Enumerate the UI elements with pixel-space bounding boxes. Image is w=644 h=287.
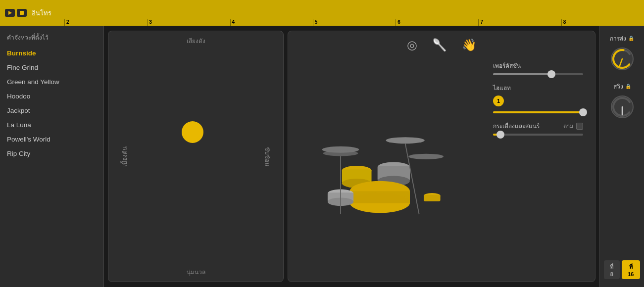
- swing-knob[interactable]: [609, 94, 635, 120]
- ruler-mark: 8: [561, 19, 644, 26]
- hihat-number: 1: [493, 96, 504, 106]
- send-knob[interactable]: [609, 46, 635, 72]
- ruler-mark: 4: [230, 19, 313, 26]
- percussion-fill: [493, 73, 551, 75]
- snare-slider[interactable]: [493, 134, 583, 136]
- svg-point-15: [350, 192, 410, 213]
- send-label-row: การส่ง 🔒: [610, 34, 634, 43]
- swing-knob-section: สวิง 🔒: [609, 82, 635, 120]
- beat-pad-label-soft: นุ่มนวล: [187, 267, 205, 277]
- svg-point-4: [386, 137, 424, 144]
- timeline-title: อินโทร: [32, 8, 51, 18]
- hihat-header-row: ไฮแฮท: [493, 83, 583, 93]
- swing-lock-icon[interactable]: 🔒: [625, 84, 631, 89]
- percussion-label: เพอร์คัสชัน: [493, 61, 583, 70]
- svg-point-5: [408, 154, 444, 159]
- timeline-bar: อินโทร 2 3 4 5 6 7 8: [0, 0, 644, 26]
- eighth-note-button[interactable]: ที่ 8: [604, 260, 620, 279]
- swing-label: สวิง: [613, 82, 623, 91]
- sidebar-item-fine-grind[interactable]: Fine Grind: [0, 60, 103, 75]
- beat-pad-label-simple: เบื้องต้น: [120, 146, 129, 167]
- sidebar-item-green-yellow[interactable]: Green and Yellow: [0, 75, 103, 89]
- send-lock-icon[interactable]: 🔒: [628, 36, 634, 41]
- snare-follow-checkbox[interactable]: [576, 123, 583, 130]
- ruler-mark: 7: [478, 19, 561, 26]
- hihat-slider[interactable]: [493, 111, 583, 113]
- svg-marker-0: [8, 11, 12, 15]
- sidebar-item-powells-world[interactable]: Powell's World: [0, 132, 103, 146]
- beat-pad-label-loud: เสียงดัง: [187, 36, 205, 46]
- hand-icon[interactable]: 👋: [462, 38, 477, 52]
- snare-label: กระเดื่องและสแนร์: [493, 121, 540, 131]
- beat-pad-label-complex: ซับซ้อน: [263, 147, 272, 166]
- svg-point-3: [323, 150, 358, 156]
- send-label: การส่ง: [610, 34, 626, 43]
- sidebar-item-rip-city[interactable]: Rip City: [0, 146, 103, 161]
- main-content: คำจังหวะที่ตั้งไว้ Burnside Fine Grind G…: [0, 26, 644, 287]
- percussion-thumb[interactable]: [547, 70, 555, 78]
- hihat-label: ไฮแฮท: [493, 83, 511, 93]
- hihat-thumb[interactable]: [579, 108, 587, 116]
- mallet-icon[interactable]: 🥄: [432, 38, 447, 52]
- drum-kit-svg: [313, 106, 451, 225]
- ruler-mark: 6: [396, 19, 478, 26]
- drum-area: ◎ 🥄 👋: [288, 31, 595, 282]
- hihat-section: ไฮแฮท 1: [493, 83, 583, 113]
- cymbal-icon[interactable]: ◎: [407, 38, 417, 52]
- snare-section: กระเดื่องและสแนร์ ตาม: [493, 121, 583, 136]
- timeline-controls: อินโทร: [5, 8, 51, 18]
- ruler: 2 3 4 5 6 7 8: [64, 15, 644, 26]
- sidebar: คำจังหวะที่ตั้งไว้ Burnside Fine Grind G…: [0, 26, 104, 287]
- record-button[interactable]: [17, 9, 27, 17]
- sidebar-item-la-luna[interactable]: La Luna: [0, 118, 103, 132]
- drum-kit-visual: [293, 55, 486, 277]
- note-buttons: ที่ 8 ที่ 16: [604, 260, 640, 279]
- beat-pad[interactable]: เสียงดัง เบื้องต้น ซับซ้อน นุ่มนวล: [108, 31, 284, 282]
- percussion-slider[interactable]: [493, 73, 583, 75]
- sidebar-item-burnside[interactable]: Burnside: [0, 46, 103, 60]
- snare-thumb[interactable]: [496, 131, 504, 139]
- sixteenth-note-button[interactable]: ที่ 16: [622, 260, 640, 279]
- ruler-mark: 2: [64, 19, 147, 26]
- drum-icons-row: ◎ 🥄 👋: [288, 31, 595, 55]
- right-panel: การส่ง 🔒 สวิง 🔒: [599, 26, 644, 287]
- hihat-fill: [493, 111, 583, 113]
- play-button[interactable]: [5, 9, 15, 17]
- swing-label-row: สวิง 🔒: [613, 82, 631, 91]
- sidebar-item-hoodoo[interactable]: Hoodoo: [0, 89, 103, 103]
- send-knob-section: การส่ง 🔒: [609, 34, 635, 72]
- snare-follow-label: ตาม: [563, 122, 573, 131]
- svg-rect-1: [20, 11, 24, 15]
- ruler-mark: 5: [313, 19, 396, 26]
- drum-controls-panel: เพอร์คัสชัน ไฮแฮท 1: [486, 55, 590, 277]
- sidebar-header: คำจังหวะที่ตั้งไว้: [0, 31, 103, 46]
- beat-position-dot[interactable]: [182, 121, 203, 143]
- sidebar-item-jackpot[interactable]: Jackpot: [0, 103, 103, 118]
- svg-rect-22: [424, 195, 441, 201]
- snare-header-row: กระเดื่องและสแนร์ ตาม: [493, 121, 583, 131]
- percussion-section: เพอร์คัสชัน: [493, 61, 583, 75]
- ruler-mark: 3: [147, 19, 230, 26]
